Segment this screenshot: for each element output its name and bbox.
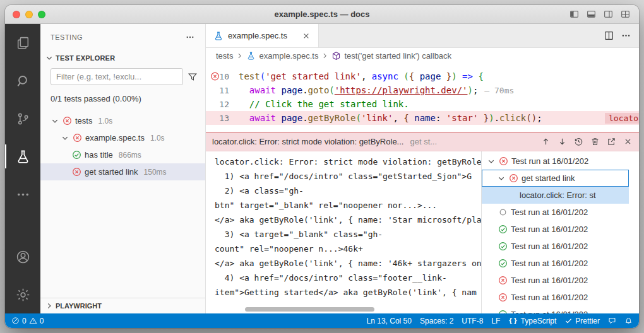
check-icon [564,317,573,325]
code-line[interactable]: 11 await page.goto('https://playwright.d… [206,83,639,97]
test-run-label: Test run at 16/01/202 [511,242,588,251]
eol-setting[interactable]: LF [491,317,500,325]
test-run-item[interactable]: Test run at 16/01/202 [482,272,629,289]
test-duration: 1.0s [98,117,112,126]
test-run-item[interactable]: locator.click: Error: st [482,187,629,204]
code-token: . [302,85,307,95]
test-run-item[interactable]: Test run at 16/01/202 [482,255,629,272]
peek-title: locator.click: Error: strict mode violat… [212,137,403,146]
peek-action-arrow-down[interactable] [558,137,567,146]
test-stats: 0/1 tests passed (0.00%) [40,88,205,107]
code-line[interactable]: 12 // Click the get started link. [206,97,639,111]
code-token: ) [451,71,456,81]
test-run-label: Test run at 16/01/202 [511,293,588,302]
customize-layout-icon[interactable] [621,9,630,19]
sidebar-more-icon[interactable] [185,32,195,42]
horizontal-scrollbar[interactable] [245,307,374,312]
error-message-lines: locator.click: Error: strict mode violat… [215,155,481,300]
test-run-item[interactable]: Test run at 16/01/202 [482,238,629,255]
code-line[interactable]: 10test('get started link', async ({ page… [206,69,639,83]
code-line[interactable]: 13 await page.getByRole('link', { name: … [206,111,639,125]
editor-area: example.spec.ts testsexample.spec.tstest… [206,24,639,313]
test-error-icon [72,167,81,177]
breadcrumb-item[interactable]: test('get started link') callback [331,51,451,61]
peek-action-close[interactable] [623,137,633,146]
test-run-item[interactable]: get started link [482,170,629,187]
code-token: ( [526,113,531,123]
line-number: 10 [219,72,229,81]
close-window-button[interactable] [13,11,20,18]
peek-action-history[interactable] [574,137,583,146]
warning-count: 0 [40,317,44,325]
formatter-status[interactable]: Prettier [564,317,600,325]
code-area[interactable]: 10test('get started link', async ({ page… [206,64,639,132]
feedback-icon[interactable] [608,317,616,325]
split-editor-icon[interactable] [604,30,614,41]
close-tab-icon[interactable] [302,32,311,40]
breadcrumb-item[interactable]: example.spec.ts [246,51,318,61]
cursor-position[interactable]: Ln 13, Col 50 [367,317,412,325]
code-token: getByRole [308,113,356,123]
toggle-secondary-sidebar-icon[interactable] [604,9,613,19]
peek-action-arrow-up[interactable] [541,137,551,146]
error-message-line: 1) <a href="/docs/intro" class="getStart… [215,169,481,184]
code-token: ( [403,71,408,81]
test-filter-input[interactable] [51,68,183,85]
activity-item-explorer[interactable] [5,24,40,62]
code-token: ) [532,113,537,123]
editor-actions [604,24,639,47]
encoding-setting[interactable]: UTF-8 [462,317,483,325]
language-mode[interactable]: {} TypeScript [508,317,556,325]
filter-icon[interactable] [188,72,198,82]
test-tree: tests1.0sexample.spec.ts1.0shas title866… [40,107,205,180]
duration-annotation: — 70ms [484,86,514,95]
test-error-icon [210,72,220,81]
toggle-primary-sidebar-icon[interactable] [569,9,579,19]
minimize-window-button[interactable] [25,11,33,18]
activity-item-source-control[interactable] [5,100,40,137]
indentation-setting[interactable]: Spaces: 2 [420,317,453,325]
playwright-section-label: PLAYWRIGHT [56,302,102,310]
test-error-icon [499,156,508,166]
activity-item-testing[interactable] [5,137,40,175]
code-token [239,113,249,123]
titlebar-actions [569,9,630,19]
breadcrumb-item[interactable]: tests [216,51,233,61]
test-run-item[interactable]: Test run at 16/01/202 [482,306,629,313]
test-run-item[interactable]: Test run at 16/01/202 [482,221,629,238]
activity-item-account[interactable] [5,238,40,276]
test-tree-item[interactable]: example.spec.ts1.0s [40,129,205,146]
peek-action-trash[interactable] [590,137,600,146]
vscode-window: example.spec.ts — docs TESTING [5,5,639,328]
test-explorer-header[interactable]: TEST EXPLORER [40,50,205,66]
zoom-window-button[interactable] [38,11,45,18]
test-tree-item[interactable]: has title866ms [40,146,205,163]
test-tree-item[interactable]: tests1.0s [40,112,205,129]
test-run-item[interactable]: Test run at 16/01/202 [482,153,629,170]
notifications-icon[interactable] [624,317,633,325]
test-tree-item[interactable]: get started link150ms [40,163,205,180]
test-run-item[interactable]: Test run at 16/01/202 [482,289,629,306]
error-message-panel[interactable]: locator.click: Error: strict mode violat… [206,151,481,313]
activity-item-search[interactable] [5,62,40,100]
titlebar[interactable]: example.spec.ts — docs [5,5,639,24]
problems-indicator[interactable]: 0 0 [11,317,44,325]
tab-example-spec[interactable]: example.spec.ts [206,24,319,47]
error-count: 0 [22,317,27,325]
peek-header: locator.click: Error: strict mode violat… [206,132,639,151]
code-token: { [409,71,420,81]
test-run-item[interactable]: Test run at 16/01/202 [482,204,629,221]
beaker-icon [246,51,256,61]
toggle-panel-icon[interactable] [587,9,596,19]
code-token: ; [537,113,542,123]
breadcrumb-label: example.spec.ts [259,51,318,61]
breadcrumb-label: tests [216,51,233,61]
activity-item-more[interactable] [5,175,40,213]
test-run-label: Test run at 16/01/202 [511,225,588,234]
code-token: { [403,113,414,123]
activity-item-settings[interactable] [5,276,40,313]
peek-action-open-external[interactable] [607,137,616,146]
test-run-label: Test run at 16/01/202 [511,207,588,217]
editor-more-icon[interactable] [621,30,631,41]
playwright-section[interactable]: PLAYWRIGHT [40,298,205,313]
